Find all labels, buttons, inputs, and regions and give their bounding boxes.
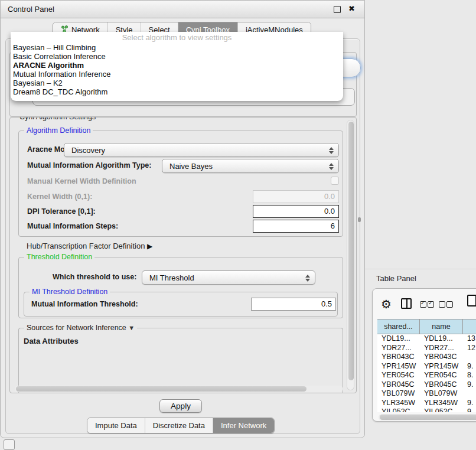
desktop: { "window": { "title": "Control Panel" }…: [0, 0, 476, 450]
table-cell: 13: [463, 334, 476, 344]
table-document-icon[interactable]: [467, 295, 476, 306]
algorithm-option[interactable]: ARACNE Algorithm: [11, 61, 343, 70]
mi-threshold-field[interactable]: 0.5: [251, 298, 336, 311]
mode-tab-label: Infer Network: [221, 421, 266, 430]
settings-group-title: Cyni Algorithm Settings: [17, 117, 98, 121]
which-threshold-label: Which threshold to use:: [53, 273, 136, 281]
table-cell: YDR27...: [420, 344, 463, 353]
mi-steps-label: Mutual Information Steps:: [27, 222, 118, 230]
table-row[interactable]: YPR145WYPR145W9.: [377, 362, 476, 371]
mode-tab-infer-network[interactable]: Infer Network: [213, 418, 274, 433]
table-row[interactable]: YER054CYER054C8.: [377, 371, 476, 380]
column-header-3[interactable]: A: [463, 319, 476, 334]
combo-arrows-icon: [328, 146, 334, 155]
table-panel-card: ⚙ shared...nameA YDL19...YDL19...13YDR27…: [372, 288, 476, 422]
aracne-mode-combo[interactable]: Discovery: [64, 143, 339, 157]
table-cell: YBL079W: [377, 389, 420, 399]
table-row[interactable]: YBR043CYBR043C: [377, 353, 476, 362]
sources-group: Sources for Network Inference ▼ Data Att…: [18, 328, 343, 393]
threshold-definition-title: Threshold Definition: [24, 253, 94, 261]
mode-tab-label: Impute Data: [95, 421, 137, 430]
table-cell: YDL19...: [377, 334, 420, 344]
mi-type-label: Mutual Information Algorithm Type:: [27, 161, 151, 169]
table-cell: YIL052C: [420, 407, 463, 412]
table-cell: YPR145W: [377, 362, 420, 371]
table-row[interactable]: YLR345WYLR345W9.: [377, 399, 476, 408]
table-cell: YBR043C: [377, 353, 420, 362]
mi-steps-field[interactable]: 6: [253, 220, 339, 233]
table-header-row: shared...nameA: [377, 319, 476, 334]
dropdown-placeholder: Select algorithm to view settings: [11, 32, 343, 43]
algorithm-dropdown-popup: Select algorithm to view settings Bayesi…: [11, 32, 343, 101]
algorithm-option[interactable]: Dream8 DC_TDC Algorithm: [11, 87, 343, 96]
algorithm-definition-title: Algorithm Definition: [24, 126, 93, 135]
select-all-icon[interactable]: [420, 301, 434, 308]
combo-arrows-icon: [305, 273, 310, 283]
table-cell: 9.: [463, 407, 476, 412]
aracne-mode-value: Discovery: [71, 146, 105, 155]
table-cell: YDR27...: [377, 344, 420, 353]
hub-definition-toggle[interactable]: Hub/Transcription Factor Definition ▶: [27, 242, 152, 250]
mi-threshold-title: MI Threshold Definition: [30, 288, 110, 296]
hide-panel-icon[interactable]: [4, 439, 15, 450]
table-cell: YBR043C: [420, 353, 463, 362]
expand-arrow-icon: ▶: [147, 242, 152, 250]
mi-type-combo[interactable]: Naive Bayes: [162, 159, 339, 173]
column-header-1[interactable]: shared...: [377, 319, 420, 334]
sources-title: Sources for Network Inference: [27, 324, 126, 332]
table-cell: YLR345W: [377, 399, 420, 408]
control-panel-titlebar: Control Panel ✖: [1, 1, 364, 18]
dpi-tolerance-label: DPI Tolerance [0,1]:: [27, 207, 96, 216]
mode-tab-discretize-data[interactable]: Discretize Data: [145, 418, 213, 433]
table-cell: YBR045C: [420, 380, 463, 390]
close-icon[interactable]: ✖: [348, 4, 355, 13]
cyni-mode-tabs: Impute DataDiscretize DataInfer Network: [87, 418, 275, 433]
table-cell: 8.: [463, 371, 476, 380]
table-row[interactable]: YDL19...YDL19...13: [377, 334, 476, 344]
panel-divider-handle[interactable]: [358, 217, 361, 222]
gear-icon[interactable]: ⚙: [381, 297, 392, 311]
data-attributes-label: Data Attributes: [24, 337, 79, 345]
combo-arrows-icon: [328, 162, 334, 171]
table-horizontal-scrollbar[interactable]: [379, 414, 476, 420]
which-threshold-value: MI Threshold: [149, 273, 194, 282]
table-row[interactable]: YBR045CYBR045C9.: [377, 380, 476, 390]
table-rows: YDL19...YDL19...13YDR27...YDR27...12YBR0…: [377, 334, 476, 412]
float-window-icon[interactable]: [334, 6, 341, 13]
table-cell: 9.: [463, 362, 476, 371]
table-row[interactable]: YIL052CYIL052C9.: [377, 407, 476, 412]
mode-tab-impute-data[interactable]: Impute Data: [87, 418, 145, 433]
table-row[interactable]: YDR27...YDR27...12: [377, 344, 476, 353]
algorithm-option[interactable]: Basic Correlation Inference: [11, 52, 343, 61]
table-panel-region: Table Panel ⚙ shared...nameA YDL19...YDL…: [365, 269, 476, 450]
mi-threshold-label: Mutual Information Threshold:: [31, 300, 138, 308]
dpi-tolerance-field[interactable]: 0.0: [253, 205, 339, 218]
table-cell: YIL052C: [377, 407, 420, 412]
algorithm-option[interactable]: Bayesian – Hill Climbing: [11, 43, 343, 52]
table-cell: YER054C: [420, 371, 463, 380]
split-column-icon[interactable]: [401, 298, 412, 309]
apply-button[interactable]: Apply: [159, 399, 202, 413]
settings-horizontal-scrollbar[interactable]: [15, 386, 343, 392]
node-table: shared...nameA: [377, 319, 476, 334]
manual-kernel-checkbox[interactable]: [331, 177, 339, 185]
table-cell: YER054C: [377, 371, 420, 380]
deselect-all-icon[interactable]: [439, 301, 453, 308]
collapse-arrow-icon: ▼: [128, 324, 135, 331]
window-title: Control Panel: [8, 5, 54, 14]
which-threshold-combo[interactable]: MI Threshold: [142, 270, 315, 285]
settings-vertical-scrollbar[interactable]: [347, 120, 354, 390]
table-cell: 9.: [463, 380, 476, 390]
table-cell: 12: [463, 344, 476, 353]
hub-definition-label: Hub/Transcription Factor Definition: [27, 242, 145, 250]
column-header-2[interactable]: name: [420, 319, 463, 334]
table-cell: [463, 353, 476, 362]
algorithm-option[interactable]: Bayesian – K2: [11, 79, 343, 87]
sources-toggle[interactable]: Sources for Network Inference ▼: [24, 324, 137, 332]
control-panel-window: Control Panel ✖ NetworkStyleSelectCyni T…: [0, 0, 365, 438]
mode-tab-label: Discretize Data: [153, 421, 205, 430]
algorithm-option[interactable]: Mutual Information Inference: [11, 70, 343, 79]
table-row[interactable]: YBL079WYBL079W: [377, 389, 476, 399]
kernel-width-field[interactable]: 0.0: [253, 190, 339, 203]
kernel-width-label: Kernel Width (0,1):: [27, 193, 92, 201]
